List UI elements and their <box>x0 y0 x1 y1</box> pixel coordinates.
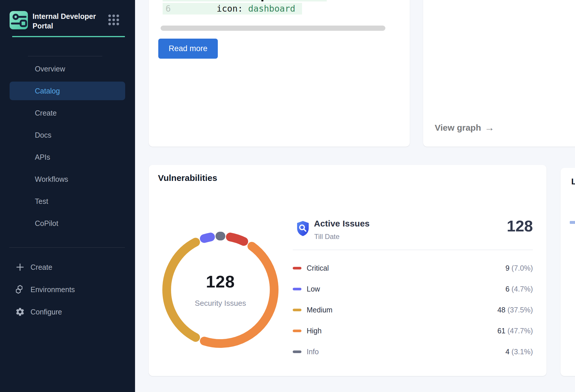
hexagons-icon <box>15 284 25 295</box>
legend-label: Low <box>307 285 320 293</box>
legend-row-info: Info4 (3.1%) <box>293 341 533 362</box>
legend-row-high: High61 (47.7%) <box>293 320 533 341</box>
legend-value: 6 (4.7%) <box>506 285 533 293</box>
sidebar-item-test[interactable]: Test <box>10 192 125 211</box>
code-cutoff-mark <box>261 0 263 1</box>
right-card-bar <box>570 221 575 224</box>
sidebar-item-apis[interactable]: APIs <box>10 148 125 166</box>
active-issues-subtitle: Till Date <box>314 233 339 241</box>
code-line-6: 6 icon: dashboard <box>163 3 302 15</box>
security-issues-donut-chart[interactable] <box>157 226 284 354</box>
right-card-title: L <box>571 177 575 186</box>
legend-swatch <box>293 350 301 353</box>
code-text: icon: dashboard <box>217 3 295 15</box>
app-title: Internal Developer Portal <box>33 12 99 31</box>
read-more-button[interactable]: Read more <box>158 39 218 59</box>
app-logo <box>10 11 28 29</box>
legend-swatch <box>293 309 301 311</box>
footer-item-environments[interactable]: Environments <box>0 280 135 299</box>
shield-search-icon <box>296 220 310 238</box>
legend-label: High <box>307 327 321 335</box>
legend-value: 48 (37.5%) <box>497 306 533 314</box>
legend-label: Medium <box>307 306 333 314</box>
footer-item-configure[interactable]: Configure <box>0 303 135 321</box>
sidebar-footer-nav: CreateEnvironmentsConfigure <box>0 258 135 325</box>
sidebar-item-copilot[interactable]: CoPilot <box>10 214 125 233</box>
donut-segment-high[interactable] <box>204 246 274 344</box>
apps-grid-icon[interactable] <box>108 15 119 25</box>
catalog-info-card: 6 icon: dashboard Read more <box>149 0 410 147</box>
legend-value: 61 (47.7%) <box>497 327 533 335</box>
vulnerabilities-title: Vulnerabilities <box>158 173 217 183</box>
sidebar-nav: OverviewCatalogCreateDocsAPIsWorkflowsTe… <box>10 60 125 236</box>
legend-row-medium: Medium48 (37.5%) <box>293 299 533 320</box>
sidebar-item-catalog[interactable]: Catalog <box>10 82 125 100</box>
sidebar-item-workflows[interactable]: Workflows <box>10 170 125 188</box>
sidebar-item-docs[interactable]: Docs <box>10 126 125 144</box>
donut-segment-low[interactable] <box>204 237 211 238</box>
issues-divider <box>293 250 533 250</box>
right-card: L <box>560 168 575 376</box>
vulnerabilities-card: Vulnerabilities 128 Security Issues Acti… <box>149 165 547 376</box>
view-graph-label: View graph <box>435 123 481 133</box>
sidebar-item-overview[interactable]: Overview <box>10 60 125 78</box>
sidebar-item-create[interactable]: Create <box>10 104 125 122</box>
code-line-number: 6 <box>166 3 171 15</box>
code-key: icon: <box>217 3 248 14</box>
footer-item-label: Environments <box>30 285 75 294</box>
plus-icon <box>15 262 25 272</box>
donut-segment-critical[interactable] <box>230 237 244 241</box>
legend-swatch <box>293 267 301 269</box>
gear-icon <box>15 307 25 317</box>
code-value: dashboard <box>248 3 295 14</box>
legend-label: Info <box>307 348 319 356</box>
legend-row-low: Low6 (4.7%) <box>293 278 533 299</box>
footer-item-label: Create <box>30 263 52 271</box>
horizontal-scrollbar-thumb[interactable] <box>161 26 385 31</box>
legend-value: 9 (7.0%) <box>506 264 533 272</box>
app-logo-icon <box>10 11 28 29</box>
active-issues-title: Active Issues <box>314 219 370 229</box>
legend-swatch <box>293 330 301 332</box>
view-graph-link[interactable]: View graph → <box>435 122 495 133</box>
footer-divider <box>9 247 125 248</box>
arrow-right-icon: → <box>485 122 495 133</box>
nav-divider <box>28 56 102 56</box>
footer-item-create[interactable]: Create <box>0 258 135 276</box>
active-issues-header: Active Issues Till Date 128 <box>293 219 533 245</box>
legend-value: 4 (3.1%) <box>506 348 533 356</box>
legend-label: Critical <box>307 264 329 272</box>
sidebar-accent-rule <box>12 36 125 37</box>
legend-row-critical: Critical9 (7.0%) <box>293 258 533 278</box>
legend-swatch <box>293 288 301 290</box>
graph-card: View graph → <box>423 0 575 147</box>
footer-item-label: Configure <box>30 308 62 316</box>
active-issues-total: 128 <box>507 217 533 235</box>
code-line-partial <box>163 0 327 1</box>
sidebar: Internal Developer Portal OverviewCatalo… <box>0 0 135 392</box>
severity-legend: Critical9 (7.0%)Low6 (4.7%)Medium48 (37.… <box>293 258 533 362</box>
donut-segment-medium[interactable] <box>167 242 196 337</box>
